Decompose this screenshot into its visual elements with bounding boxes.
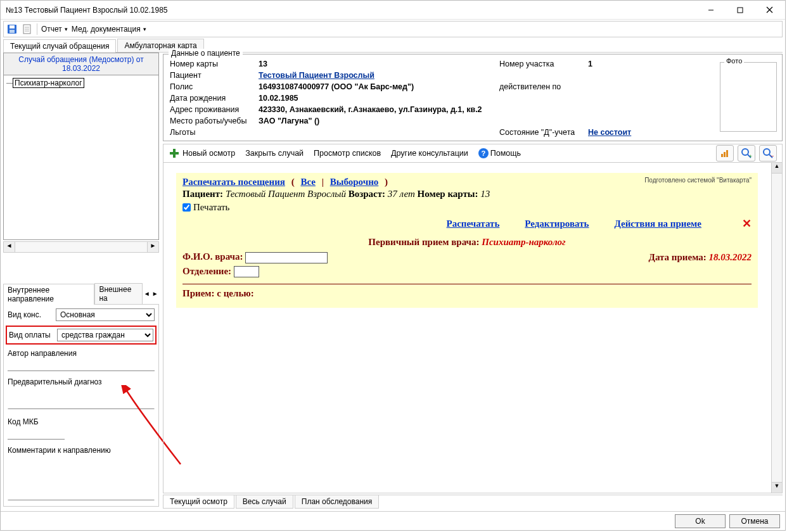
- main-tabs: Текущий случай обращения Амбулаторная ка…: [3, 39, 783, 53]
- valid-label: действителен по: [499, 82, 588, 91]
- dstat-link[interactable]: Не состоит: [588, 128, 631, 137]
- scroll-up-button[interactable]: ▲: [772, 163, 782, 174]
- dob-value: 10.02.1985: [259, 94, 298, 103]
- maximize-button[interactable]: [726, 1, 755, 19]
- patient-data-box: Данные о пациенте Номер карты 13 Номер у…: [163, 54, 783, 141]
- mkb-input[interactable]: [8, 428, 65, 440]
- scroll-down-button[interactable]: ▼: [772, 482, 782, 493]
- zoom-in-button[interactable]: +: [738, 145, 755, 162]
- meddoc-menu[interactable]: Мед. документация▾: [72, 25, 146, 34]
- other-consult-button[interactable]: Другие консультации: [391, 149, 468, 158]
- ok-button[interactable]: Ok: [675, 514, 726, 528]
- comment-label: Комментарии к направлению: [8, 446, 155, 455]
- document-area: Подготовлено системой "Витакарта" Распеч…: [163, 163, 783, 493]
- document-icon[interactable]: [22, 23, 33, 35]
- age-val: 37 лет: [388, 189, 415, 199]
- referral-form: Вид конс. Основная Вид оплаты средства г…: [3, 305, 159, 507]
- svg-rect-15: [726, 150, 728, 157]
- help-button[interactable]: ? Помощь: [478, 148, 521, 158]
- prelim-diag-input[interactable]: [8, 388, 155, 409]
- patient-link[interactable]: Тестовый Пациент Взрослый: [259, 71, 374, 80]
- pay-type-row-highlighted: Вид оплаты средства граждан: [6, 326, 157, 345]
- tab-external-referral[interactable]: Внешнее на: [94, 283, 143, 304]
- card-label: Номер карты:: [418, 189, 478, 199]
- svg-text:−: −: [771, 153, 774, 159]
- patient-label: Пациент: [170, 71, 259, 80]
- cons-type-select[interactable]: Основная: [56, 308, 155, 321]
- comment-input[interactable]: [8, 456, 155, 500]
- tab-scroll-right[interactable]: ►: [151, 290, 159, 297]
- edit-link[interactable]: Редактировать: [525, 218, 589, 229]
- save-icon[interactable]: [6, 23, 18, 35]
- print-selective-link[interactable]: Выборочно: [330, 177, 379, 187]
- prelim-diag-label: Предварительный диагноз: [8, 377, 155, 386]
- referral-tabs: Внутреннее направление Внешнее на ◄ ►: [3, 283, 159, 305]
- close-card-button[interactable]: ✕: [742, 217, 752, 231]
- new-exam-button[interactable]: Новый осмотр: [169, 148, 235, 159]
- report-menu[interactable]: Отчет▾: [41, 25, 68, 34]
- tab-internal-referral[interactable]: Внутреннее направление: [3, 284, 94, 305]
- visit-date-label: Дата приема:: [649, 252, 707, 262]
- tab-current-case[interactable]: Текущий случай обращения: [3, 39, 116, 53]
- print-all-link[interactable]: Все: [300, 177, 316, 187]
- btab-current-exam[interactable]: Текущий осмотр: [163, 495, 234, 509]
- photo-box: Фото: [720, 62, 777, 132]
- scroll-right-button[interactable]: ►: [147, 242, 158, 252]
- system-note: Подготовлено системой "Витакарта": [644, 177, 752, 184]
- actions-link[interactable]: Действия на приеме: [615, 218, 702, 229]
- print-link[interactable]: Распечатать: [447, 218, 500, 229]
- fio-input[interactable]: [245, 252, 328, 263]
- site-label: Номер участка: [499, 60, 588, 68]
- svg-point-16: [742, 149, 748, 155]
- svg-rect-1: [738, 8, 743, 13]
- purpose-label: Прием: с целью:: [182, 288, 254, 298]
- dstat-label: Состояние "Д"-учета: [499, 128, 588, 137]
- polis-value: 1649310874000977 (ООО "Ак Барс-мед"): [259, 82, 414, 91]
- svg-rect-5: [10, 25, 15, 28]
- visit-date-value: 18.03.2022: [709, 252, 752, 262]
- tab-scroll-left[interactable]: ◄: [143, 290, 151, 297]
- photo-legend: Фото: [724, 57, 744, 65]
- patient-box-legend: Данные о пациенте: [169, 49, 243, 58]
- card-no-value: 13: [259, 60, 267, 68]
- pay-type-label: Вид оплаты: [9, 331, 53, 339]
- scroll-left-button[interactable]: ◄: [4, 242, 15, 252]
- site-value: 1: [588, 60, 592, 68]
- print-checkbox-label[interactable]: Печатать: [182, 202, 229, 213]
- pay-type-select[interactable]: средства граждан: [57, 329, 153, 341]
- close-case-button[interactable]: Закрыть случай: [245, 149, 304, 158]
- addr-label: Адрес проживания: [170, 105, 259, 114]
- btab-whole-case[interactable]: Весь случай: [236, 495, 293, 509]
- cancel-button[interactable]: Отмена: [729, 514, 780, 528]
- tree-item-psychiatrist[interactable]: Психиатр-нарколог: [13, 78, 84, 88]
- window-title: №13 Тестовый Пациент Взрослый 10.02.1985: [6, 6, 168, 15]
- svg-rect-6: [10, 30, 15, 33]
- svg-text:+: +: [749, 153, 752, 159]
- close-window-button[interactable]: [755, 1, 784, 19]
- author-input[interactable]: [8, 359, 155, 371]
- titlebar: №13 Тестовый Пациент Взрослый 10.02.1985: [1, 1, 785, 20]
- view-lists-button[interactable]: Просмотр списков: [314, 149, 381, 158]
- card-val: 13: [480, 189, 490, 199]
- btab-exam-plan[interactable]: План обследования: [295, 495, 380, 509]
- visit-card: Подготовлено системой "Витакарта" Распеч…: [176, 173, 758, 308]
- author-label: Автор направления: [8, 349, 155, 358]
- plus-icon: [169, 148, 180, 159]
- minimize-button[interactable]: [696, 1, 726, 19]
- chart-button[interactable]: [716, 145, 734, 162]
- print-visits-link[interactable]: Распечатать посещения: [182, 177, 285, 187]
- doc-vscroll[interactable]: ▲ ▼: [771, 163, 782, 493]
- zoom-out-button[interactable]: −: [759, 145, 777, 162]
- work-value: ЗАО "Лагуна" (): [259, 117, 319, 125]
- footer: Ok Отмена: [1, 511, 785, 530]
- age-label: Возраст:: [349, 189, 385, 199]
- svg-rect-14: [724, 152, 726, 157]
- print-checkbox[interactable]: [182, 203, 191, 212]
- dept-input[interactable]: [234, 266, 259, 277]
- tree-hscroll[interactable]: ◄ ►: [3, 241, 159, 253]
- primary-value: Психиатр-нарколог: [482, 237, 565, 247]
- addr-value: 423330, Азнакаевский, г.Азнакаево, ул.Га…: [259, 105, 482, 114]
- svg-rect-13: [721, 154, 723, 157]
- pat-label: Пациент:: [182, 189, 223, 199]
- case-tree: Психиатр-нарколог: [3, 75, 159, 240]
